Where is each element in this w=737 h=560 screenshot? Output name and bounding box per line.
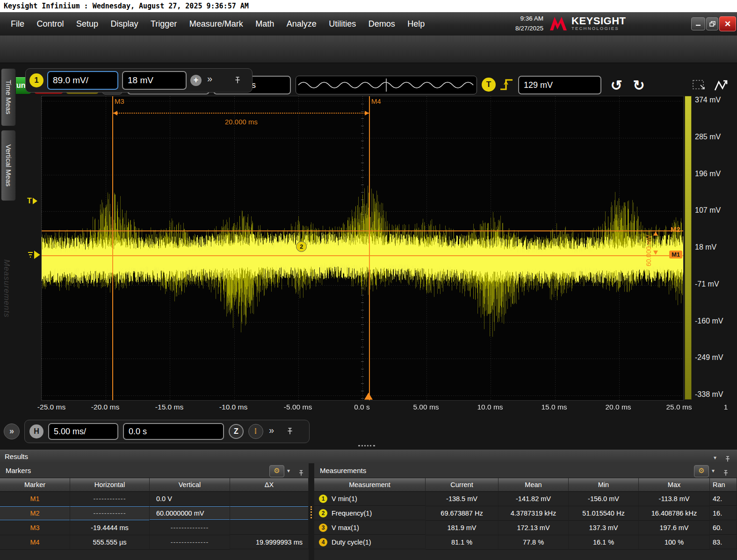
pin-icon[interactable] bbox=[287, 427, 293, 437]
table-row-m4[interactable]: M4 555.555 µs -------------- 19.9999993 … bbox=[0, 535, 309, 550]
panel-divider bbox=[309, 463, 314, 560]
chevron-down-icon[interactable]: ▾ bbox=[714, 454, 716, 461]
marker-m2-tag[interactable]: M2 bbox=[671, 225, 680, 233]
tab-vertical-meas[interactable]: Vertical Meas bbox=[1, 130, 16, 201]
y-axis-label: 18 mV bbox=[695, 243, 736, 251]
measurement-name: V max(1) bbox=[332, 521, 359, 535]
splitter-handle[interactable] bbox=[358, 445, 375, 446]
markers-panel-title-bar: Markers ⚙ ▾ bbox=[0, 463, 309, 478]
expand-panel-button[interactable]: » bbox=[4, 424, 20, 439]
results-panel-header: Results ▾ bbox=[0, 450, 737, 463]
expand-chevron-icon[interactable]: » bbox=[207, 73, 212, 84]
trigger-source-badge[interactable]: T bbox=[482, 78, 496, 92]
window-title: Keysight Infiniium : Wednesday, August 2… bbox=[0, 0, 737, 12]
x-axis-label: 10.0 ms bbox=[477, 403, 503, 411]
channel-scale-bar bbox=[685, 96, 692, 400]
marker-m1-tag[interactable]: M1 bbox=[669, 251, 682, 258]
menu-control[interactable]: Control bbox=[31, 12, 69, 36]
add-channel-button[interactable]: + bbox=[190, 75, 202, 86]
menu-trigger[interactable]: Trigger bbox=[145, 12, 182, 36]
menu-demos[interactable]: Demos bbox=[363, 12, 400, 36]
column-header: Marker bbox=[0, 478, 70, 492]
menu-math[interactable]: Math bbox=[250, 12, 279, 36]
channel-scale-box[interactable]: 89.0 mV/ bbox=[47, 71, 118, 90]
redo-icon: ↻ bbox=[633, 77, 644, 93]
pin-icon[interactable] bbox=[298, 467, 304, 481]
gear-icon[interactable]: ⚙ bbox=[269, 465, 284, 477]
voltage-axis: 374 mV 285 mV 196 mV 107 mV 18 mV -71 mV… bbox=[695, 0, 737, 421]
intensity-button[interactable]: ⁞ bbox=[248, 424, 263, 439]
marker-m4-line[interactable] bbox=[369, 96, 370, 400]
table-row-frequency[interactable]: 2Frequency(1) 69.673887 Hz 4.3787319 kHz… bbox=[314, 506, 737, 521]
undo-button[interactable]: ↺ bbox=[606, 76, 627, 94]
x-axis-label: 15.0 ms bbox=[541, 403, 567, 411]
gear-icon[interactable]: ⚙ bbox=[694, 465, 709, 477]
horizontal-position-box[interactable]: 0.0 s bbox=[123, 423, 224, 440]
table-row-vmin[interactable]: 1V min(1) -138.5 mV -141.82 mV -156.0 mV… bbox=[314, 492, 737, 506]
measurements-panel: Measurements ⚙ ▾ Measurement Current Mea… bbox=[314, 463, 737, 560]
x-axis-label: 0.0 s bbox=[354, 403, 370, 411]
pin-icon[interactable] bbox=[723, 467, 729, 481]
table-row-m3[interactable]: M3 -19.4444 ms -------------- bbox=[0, 521, 309, 535]
delta-x-value-label: 20.000 ms bbox=[218, 118, 265, 126]
measurements-table-header: Measurement Current Mean Min Max Ran bbox=[314, 478, 737, 492]
measurement-4-badge: 4 bbox=[319, 538, 327, 546]
channel-1-badge[interactable]: 1 bbox=[29, 73, 43, 87]
table-row-m2[interactable]: M2 ------------ 60.0000000 mV bbox=[0, 506, 309, 521]
measurement-2-badge: 2 bbox=[319, 509, 327, 517]
delta-v-up-arrow-icon bbox=[653, 231, 658, 236]
marker-m3-line[interactable] bbox=[112, 96, 113, 400]
column-header: Current bbox=[426, 478, 499, 492]
menu-analyze[interactable]: Analyze bbox=[282, 12, 322, 36]
menu-measure-mark[interactable]: Measure/Mark bbox=[184, 12, 248, 36]
y-axis-label: -338 mV bbox=[695, 390, 736, 399]
clock-date: 8/27/2025 bbox=[500, 24, 543, 34]
marker-m2-line[interactable] bbox=[42, 230, 683, 231]
measurement-1-badge: 1 bbox=[319, 495, 327, 503]
chevron-down-icon[interactable]: ▾ bbox=[712, 467, 715, 474]
horizontal-scale-box[interactable]: 5.00 ms/ bbox=[48, 423, 118, 440]
y-axis-label: -71 mV bbox=[695, 280, 736, 288]
menu-help[interactable]: Help bbox=[402, 12, 430, 36]
column-header: Min bbox=[569, 478, 639, 492]
table-row-dutycycle[interactable]: 4Duty cycle(1) 81.1 % 77.8 % 16.1 % 100 … bbox=[314, 535, 737, 550]
channel-ground-marker[interactable] bbox=[27, 251, 40, 262]
results-title: Results bbox=[5, 452, 28, 460]
waveform-canvas[interactable] bbox=[42, 96, 683, 400]
menu-display[interactable]: Display bbox=[105, 12, 143, 36]
marker-m1-line[interactable] bbox=[42, 255, 683, 256]
measurement-name: V min(1) bbox=[332, 492, 357, 506]
marker-m4-bottom-handle[interactable] bbox=[364, 393, 373, 400]
zoom-button[interactable]: Z bbox=[229, 424, 244, 439]
expand-chevron-icon[interactable]: » bbox=[269, 425, 274, 436]
column-header: Vertical bbox=[150, 478, 230, 492]
pin-icon[interactable] bbox=[234, 76, 241, 86]
marker-m2-handle[interactable]: 2 bbox=[296, 241, 307, 252]
horizontal-badge[interactable]: H bbox=[29, 424, 43, 438]
trigger-edge-icon[interactable] bbox=[499, 77, 515, 94]
chevron-down-icon[interactable]: ▾ bbox=[287, 467, 290, 474]
acquisition-preview[interactable] bbox=[296, 76, 477, 94]
table-row-m1[interactable]: M1 ------------ 0.0 V bbox=[0, 492, 309, 506]
undo-icon: ↺ bbox=[610, 77, 622, 93]
clock-time: 9:36 AM bbox=[500, 14, 543, 24]
trigger-marker-label: T bbox=[27, 197, 32, 205]
menu-utilities[interactable]: Utilities bbox=[324, 12, 361, 36]
channel-offset-box[interactable]: 18 mV bbox=[122, 71, 187, 90]
markers-panel-title: Markers bbox=[6, 467, 31, 474]
menu-file[interactable]: File bbox=[6, 12, 29, 36]
brand-subtitle: TECHNOLOGIES bbox=[571, 26, 626, 31]
trigger-level-marker[interactable]: T bbox=[27, 197, 37, 205]
y-axis-label: -249 mV bbox=[695, 353, 736, 362]
delta-x-dimension-line bbox=[113, 113, 369, 114]
trigger-level-box[interactable]: 129 mV bbox=[518, 76, 601, 94]
results-panel: Results ▾ Markers ⚙ ▾ Marker Horizontal … bbox=[0, 450, 737, 560]
redo-button[interactable]: ↻ bbox=[629, 76, 649, 94]
menu-setup[interactable]: Setup bbox=[71, 12, 103, 36]
tab-time-meas[interactable]: Time Meas bbox=[1, 68, 16, 126]
y-axis-label: 107 mV bbox=[695, 206, 736, 215]
x-axis-label: -10.0 ms bbox=[219, 403, 247, 411]
divider-drag-handle[interactable] bbox=[311, 506, 312, 518]
table-row-vmax[interactable]: 3V max(1) 181.9 mV 172.13 mV 137.3 mV 19… bbox=[314, 521, 737, 535]
scope-display: M3 M4 20.000 ms 2 60.000 mV M2 M1 bbox=[41, 96, 684, 401]
